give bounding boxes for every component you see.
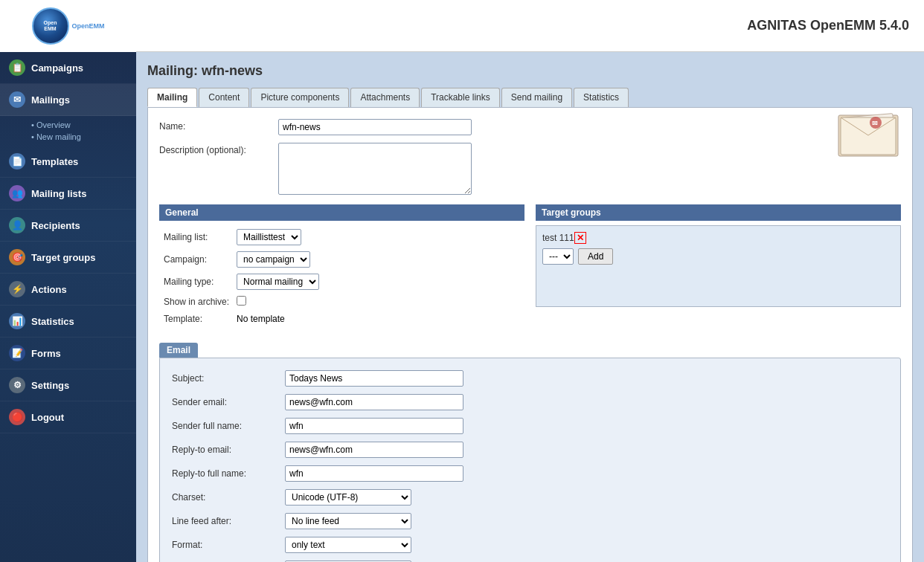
- target-groups-icon: 🎯: [9, 249, 25, 265]
- sender-full-name-input[interactable]: [285, 418, 463, 434]
- target-group-remove-icon[interactable]: ✕: [574, 232, 586, 244]
- sender-full-name-cell: [282, 415, 891, 437]
- email-section-label: Email: [159, 343, 198, 358]
- content-area: ✉ Mailing: wfn-news Mailing Content Pict…: [136, 52, 924, 562]
- sidebar-label-logout: Logout: [31, 412, 64, 423]
- sidebar-label-target-groups: Target groups: [31, 252, 95, 263]
- main-area: AGNITAS OpenEMM 5.4.0 ✉ Mailing: wfn-new…: [136, 0, 924, 562]
- format-select[interactable]: only text HTML HTML (offline): [285, 537, 411, 553]
- tab-send-mailing[interactable]: Send mailing: [501, 88, 572, 107]
- form-card: Name: Description (optional): General: [147, 107, 913, 562]
- sidebar-item-logout[interactable]: 🔴 Logout: [0, 401, 136, 433]
- email-section-wrapper: Email Subject: Sender email:: [159, 335, 901, 562]
- target-group-item: test 111 ✕: [542, 232, 894, 244]
- add-target-group-button[interactable]: Add: [578, 248, 613, 265]
- subject-cell: [282, 367, 891, 390]
- general-header: General: [159, 204, 524, 221]
- reply-to-email-input[interactable]: [285, 442, 463, 458]
- charset-select[interactable]: Unicode (UTF-8) ISO-8859-1: [285, 489, 411, 506]
- show-in-archive-cell: [234, 294, 523, 310]
- measure-open-rate-label: Measure open-rate:: [169, 558, 280, 562]
- template-row: Template: No template: [161, 311, 523, 326]
- sidebar-label-templates: Templates: [31, 156, 78, 167]
- target-group-label: test 111: [542, 233, 574, 243]
- mailing-list-select[interactable]: Maillisttest: [237, 229, 301, 245]
- two-col-section: General Mailing list: Maillisttest Campa: [159, 204, 901, 328]
- general-table: Mailing list: Maillisttest Campaign:: [159, 225, 524, 328]
- measure-open-rate-row: Measure open-rate: No Yes: [169, 558, 891, 562]
- subject-row: Subject:: [169, 367, 891, 390]
- tabs-bar: Mailing Content Picture components Attac…: [147, 88, 913, 107]
- mailing-list-row: Mailing list: Maillisttest: [161, 227, 523, 248]
- name-row: Name:: [159, 119, 901, 135]
- campaign-label: Campaign:: [161, 249, 232, 270]
- page-title: Mailing: wfn-news: [147, 63, 913, 79]
- sender-full-name-label: Sender full name:: [169, 415, 280, 437]
- tab-picture-components[interactable]: Picture components: [251, 88, 349, 107]
- sidebar-label-campaigns: Campaigns: [31, 62, 83, 74]
- name-input-wrapper: [278, 119, 901, 135]
- charset-row: Charset: Unicode (UTF-8) ISO-8859-1: [169, 486, 891, 508]
- sidebar-item-campaigns[interactable]: 📋 Campaigns: [0, 52, 136, 84]
- recipients-icon: 👤: [9, 217, 25, 233]
- sidebar-label-mailing-lists: Mailing lists: [31, 188, 86, 199]
- name-input[interactable]: [278, 119, 472, 135]
- mailing-type-cell: Normal mailing: [234, 271, 523, 292]
- line-feed-row: Line feed after: No line feed 72 charact…: [169, 510, 891, 532]
- sidebar-item-mailings[interactable]: ✉ Mailings: [0, 84, 136, 116]
- tab-mailing[interactable]: Mailing: [147, 88, 197, 107]
- line-feed-select[interactable]: No line feed 72 characters 100 character…: [285, 513, 411, 529]
- subject-input[interactable]: [285, 370, 463, 387]
- statistics-icon: 📊: [9, 313, 25, 329]
- sidebar-item-forms[interactable]: 📝 Forms: [0, 337, 136, 369]
- campaign-row: Campaign: no campaign: [161, 249, 523, 270]
- envelope-decoration: ✉: [835, 112, 902, 160]
- logo-brand: OpenEMM: [72, 22, 105, 30]
- sidebar-item-target-groups[interactable]: 🎯 Target groups: [0, 242, 136, 274]
- app-title: AGNITAS OpenEMM 5.4.0: [747, 18, 909, 33]
- charset-label: Charset:: [169, 486, 280, 508]
- reply-to-email-label: Reply-to email:: [169, 439, 280, 461]
- target-group-select[interactable]: ---: [542, 248, 574, 265]
- sender-email-input[interactable]: [285, 394, 463, 410]
- settings-icon: ⚙: [9, 377, 25, 393]
- template-value: No template: [234, 311, 523, 326]
- description-textarea[interactable]: [278, 143, 472, 195]
- campaign-select[interactable]: no campaign: [237, 251, 310, 268]
- sidebar-item-templates[interactable]: 📄 Templates: [0, 146, 136, 178]
- mailings-icon: ✉: [9, 91, 25, 108]
- tab-trackable-links[interactable]: Trackable links: [421, 88, 500, 107]
- sidebar-item-recipients[interactable]: 👤 Recipients: [0, 210, 136, 242]
- target-groups-header: Target groups: [536, 204, 901, 221]
- sidebar-item-new-mailing[interactable]: New mailing: [31, 131, 127, 143]
- mailing-list-cell: Maillisttest: [234, 227, 523, 248]
- sidebar-label-mailings: Mailings: [31, 94, 70, 106]
- sidebar-item-statistics[interactable]: 📊 Statistics: [0, 306, 136, 337]
- tab-content[interactable]: Content: [199, 88, 249, 107]
- sender-full-name-row: Sender full name:: [169, 415, 891, 437]
- logo-icon: OpenEMM: [32, 7, 69, 45]
- sidebar-item-actions[interactable]: ⚡ Actions: [0, 274, 136, 306]
- measure-open-rate-cell: No Yes: [282, 558, 891, 562]
- sidebar-item-overview[interactable]: Overview: [31, 119, 127, 131]
- logo-area: OpenEMM OpenEMM: [0, 0, 136, 52]
- mailing-type-select[interactable]: Normal mailing: [237, 274, 319, 290]
- format-label: Format:: [169, 534, 280, 556]
- target-dropdown-row: --- Add: [542, 248, 894, 265]
- sidebar-label-actions: Actions: [31, 284, 67, 295]
- name-label: Name:: [159, 119, 278, 132]
- show-in-archive-checkbox[interactable]: [237, 296, 246, 306]
- tab-attachments[interactable]: Attachments: [350, 88, 420, 107]
- show-in-archive-label: Show in archive:: [161, 294, 232, 310]
- sidebar-item-mailing-lists[interactable]: 👥 Mailing lists: [0, 178, 136, 210]
- sender-email-label: Sender email:: [169, 391, 280, 413]
- line-feed-label: Line feed after:: [169, 510, 280, 532]
- mailings-subnav: Overview New mailing: [0, 116, 136, 146]
- description-label: Description (optional):: [159, 143, 278, 155]
- sidebar-item-settings[interactable]: ⚙ Settings: [0, 369, 136, 401]
- reply-to-full-name-input[interactable]: [285, 465, 463, 482]
- tab-statistics[interactable]: Statistics: [574, 88, 629, 107]
- charset-cell: Unicode (UTF-8) ISO-8859-1: [282, 486, 891, 508]
- format-cell: only text HTML HTML (offline): [282, 534, 891, 556]
- forms-icon: 📝: [9, 345, 25, 361]
